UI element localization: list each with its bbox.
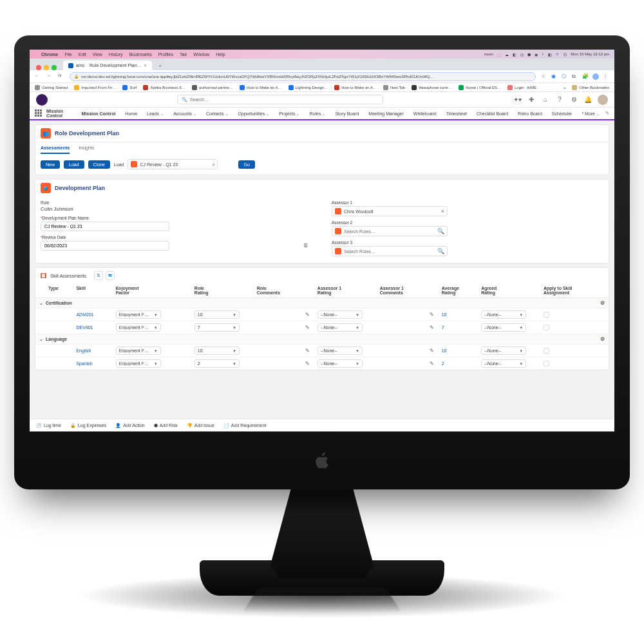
assessor1-rating-select[interactable]: --None--▼ bbox=[317, 310, 363, 319]
collapse-all-button[interactable]: ⇆ bbox=[106, 271, 115, 280]
nav-accounts[interactable]: Accounts⌄ bbox=[169, 108, 200, 119]
search-icon[interactable]: 🔍 bbox=[437, 228, 444, 234]
utility-add-issue[interactable]: 👎Add Issue bbox=[187, 423, 214, 428]
apply-checkbox[interactable] bbox=[544, 348, 549, 354]
apply-checkbox[interactable] bbox=[544, 361, 549, 366]
calendar-icon[interactable]: 🗓 bbox=[303, 243, 308, 249]
bookmark-item[interactable]: How to Make an A… bbox=[240, 85, 282, 90]
edit-icon[interactable]: ✎ bbox=[305, 348, 310, 354]
menu-bookmarks[interactable]: Bookmarks bbox=[129, 52, 152, 57]
skill-link[interactable]: Spanish bbox=[72, 357, 111, 370]
bookmark-item[interactable]: Getting Started bbox=[35, 85, 68, 90]
other-bookmarks-folder[interactable]: Other Bookmarks bbox=[572, 85, 609, 90]
nav-checklist-board[interactable]: Checklist Board bbox=[473, 108, 512, 119]
agreed-rating-select[interactable]: --None--▼ bbox=[481, 346, 526, 355]
assessor3-lookup[interactable]: Search Roles… 🔍 bbox=[332, 246, 448, 256]
edit-page-button[interactable]: ✦▾ bbox=[513, 95, 522, 104]
skill-link[interactable]: English bbox=[72, 345, 111, 357]
profile-icon[interactable] bbox=[592, 73, 599, 80]
nav-projects[interactable]: Projects⌄ bbox=[275, 108, 303, 119]
nav-retro-board[interactable]: Retro Board bbox=[514, 108, 546, 119]
bookmark-item[interactable]: New Tab bbox=[383, 85, 405, 90]
agreed-rating-select[interactable]: --None--▼ bbox=[481, 310, 526, 319]
skill-link[interactable]: DEV401 bbox=[72, 321, 111, 334]
utility-add-risk[interactable]: ⬢Add Risk bbox=[154, 423, 178, 428]
menubar-control-center-icon[interactable]: ⌬ bbox=[564, 52, 567, 57]
new-tab-button[interactable]: + bbox=[156, 61, 165, 70]
assessor1-rating-select[interactable]: --None--▼ bbox=[317, 346, 363, 355]
menu-help[interactable]: Help bbox=[216, 52, 225, 57]
org-logo-icon[interactable] bbox=[36, 94, 48, 106]
menubar-icon[interactable]: ⬚ bbox=[497, 52, 501, 57]
nav-contacts[interactable]: Contacts⌄ bbox=[202, 108, 232, 119]
menubar-wifi-icon[interactable]: ᯤ bbox=[556, 52, 560, 56]
review-date-input[interactable] bbox=[41, 241, 169, 251]
utility-log-expenses[interactable]: 🔒Log Expenses bbox=[70, 423, 106, 428]
new-button[interactable]: New bbox=[41, 160, 60, 169]
browser-tab[interactable]: amc__Role Development Plan… × bbox=[63, 61, 152, 70]
bookmark-item[interactable]: Imported From Fir… bbox=[74, 85, 116, 90]
notifications-icon[interactable]: 🔔 bbox=[583, 95, 592, 104]
edit-nav-icon[interactable]: ✎ bbox=[605, 111, 609, 116]
agreed-rating-select[interactable]: --None--▼ bbox=[481, 359, 526, 368]
menubar-bluetooth-icon[interactable]: ᚼ bbox=[542, 52, 544, 56]
setup-gear-icon[interactable]: ⚙ bbox=[569, 95, 578, 104]
agreed-rating-select[interactable]: --None--▼ bbox=[481, 323, 526, 332]
app-launcher-icon[interactable] bbox=[35, 109, 42, 117]
skill-group-row[interactable]: ⌄Certification⚙ bbox=[35, 298, 609, 308]
utility-add-requirement[interactable]: 📄Add Requirement bbox=[223, 423, 266, 428]
edit-icon[interactable]: ✎ bbox=[430, 312, 434, 317]
menu-window[interactable]: Window bbox=[193, 52, 209, 57]
extension-icon[interactable]: 🧩 bbox=[582, 73, 589, 80]
menubar-icon[interactable]: ☁ bbox=[505, 52, 509, 57]
skill-group-row[interactable]: ⌄Language⚙ bbox=[35, 334, 609, 345]
load-button[interactable]: Load bbox=[64, 160, 84, 169]
bookmarks-overflow-icon[interactable]: » bbox=[564, 86, 565, 90]
edit-icon[interactable]: ✎ bbox=[430, 325, 434, 330]
tab-assessments[interactable]: Assessments bbox=[41, 142, 70, 154]
bookmark-item[interactable]: Lightning Design… bbox=[289, 85, 328, 90]
bookmark-item[interactable]: Surf bbox=[122, 85, 137, 90]
nav-whiteboard[interactable]: Whiteboard bbox=[410, 108, 440, 119]
role-rating-select[interactable]: 10▼ bbox=[194, 310, 240, 319]
close-tab-icon[interactable]: × bbox=[144, 63, 147, 68]
bookmark-item[interactable]: authorised partne… bbox=[192, 85, 233, 90]
bookmark-item[interactable]: Headphone contr… bbox=[412, 85, 452, 90]
skill-link[interactable]: ADM201 bbox=[72, 308, 111, 321]
utility-log-time[interactable]: 🕐Log time bbox=[36, 423, 61, 428]
go-button[interactable]: Go bbox=[238, 160, 254, 169]
help-icon[interactable]: ? bbox=[555, 95, 564, 104]
nav-meeting-manager[interactable]: Meeting Manager bbox=[365, 108, 407, 119]
clone-button[interactable]: Clone bbox=[88, 160, 110, 169]
assessor1-lookup[interactable]: Chris Woolcott × bbox=[332, 206, 448, 216]
extension-icon[interactable]: ☆ bbox=[541, 73, 547, 80]
nav-scheduler[interactable]: Scheduler bbox=[548, 108, 576, 119]
menubar-battery-icon[interactable]: ▮▯ bbox=[548, 52, 552, 57]
menubar-app-name[interactable]: Chrome bbox=[41, 52, 58, 57]
assessor2-lookup[interactable]: Search Roles… 🔍 bbox=[332, 226, 448, 236]
utility-add-action[interactable]: 👤Add Action bbox=[115, 423, 144, 428]
nav-timesheet[interactable]: Timesheet bbox=[442, 108, 471, 119]
enjoyment-select[interactable]: Enjoyment F…▼ bbox=[116, 359, 161, 368]
favorites-add-icon[interactable]: ✚ bbox=[527, 95, 536, 104]
close-window-button[interactable] bbox=[36, 65, 41, 70]
role-rating-select[interactable]: 10▼ bbox=[194, 346, 240, 355]
plan-name-input[interactable] bbox=[41, 222, 169, 231]
address-bar[interactable]: 🔒 mc-demo-dev-ed.lightning.force.com/one… bbox=[70, 72, 536, 81]
clear-lookup-icon[interactable]: × bbox=[212, 162, 214, 167]
menu-profiles[interactable]: Profiles bbox=[158, 52, 173, 57]
maximize-window-button[interactable] bbox=[52, 65, 57, 70]
apply-checkbox[interactable] bbox=[544, 325, 549, 330]
menu-history[interactable]: History bbox=[109, 52, 123, 57]
chrome-menu-icon[interactable]: ⋮ bbox=[603, 73, 609, 80]
edit-icon[interactable]: ✎ bbox=[430, 348, 434, 354]
bookmark-item[interactable]: How to Make an A… bbox=[334, 85, 377, 90]
search-icon[interactable]: 🔍 bbox=[437, 248, 444, 254]
bookmark-item[interactable]: Login · AIME bbox=[507, 85, 536, 90]
extension-icon[interactable]: ◉ bbox=[551, 73, 558, 80]
clear-lookup-icon[interactable]: × bbox=[441, 208, 444, 214]
menubar-datetime[interactable]: Mon 15 May 12:12 pm bbox=[571, 52, 609, 56]
bookmark-item[interactable]: Aprika Business S… bbox=[143, 85, 185, 90]
nav-opportunities[interactable]: Opportunities⌄ bbox=[234, 108, 274, 119]
nav-home[interactable]: Home bbox=[121, 108, 141, 119]
